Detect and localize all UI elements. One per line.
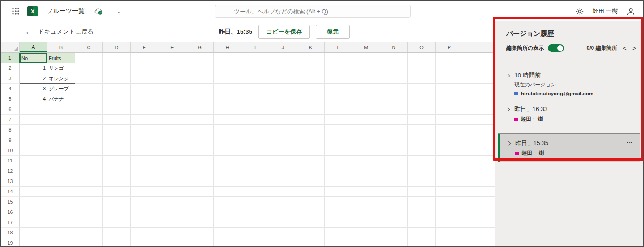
cell-I11[interactable] <box>242 156 269 166</box>
cell-E12[interactable] <box>131 166 158 176</box>
cell-E4[interactable] <box>131 84 158 94</box>
cell-N6[interactable] <box>380 104 408 115</box>
row-header-16[interactable]: 16 <box>1 207 20 217</box>
cell-I8[interactable] <box>242 125 269 135</box>
cell-C6[interactable] <box>75 104 103 115</box>
cell-B3[interactable]: オレンジ <box>47 73 75 84</box>
cell-A15[interactable] <box>20 197 47 207</box>
cell-E16[interactable] <box>131 207 158 217</box>
cell-N15[interactable] <box>380 197 408 207</box>
cell-K17[interactable] <box>297 217 325 228</box>
cell-E2[interactable] <box>131 63 158 73</box>
cell-K2[interactable] <box>297 63 325 73</box>
cell-G9[interactable] <box>186 135 214 145</box>
cell-H9[interactable] <box>214 135 242 145</box>
cell-H4[interactable] <box>214 84 242 94</box>
cell-C12[interactable] <box>75 166 103 176</box>
row-header-1[interactable]: 1 <box>1 53 20 63</box>
cell-L5[interactable] <box>325 94 352 104</box>
column-header-E[interactable]: E <box>131 42 158 52</box>
cell-F14[interactable] <box>158 187 186 197</box>
column-header-L[interactable]: L <box>325 42 352 52</box>
row-header-4[interactable]: 4 <box>1 84 20 94</box>
cell-B10[interactable] <box>47 145 75 156</box>
cell-C14[interactable] <box>75 187 103 197</box>
cell-F3[interactable] <box>158 73 186 84</box>
cell-E19[interactable] <box>131 238 158 246</box>
cell-G19[interactable] <box>186 238 214 246</box>
cell-G13[interactable] <box>186 176 214 187</box>
row-header-12[interactable]: 12 <box>1 166 20 176</box>
cell-F18[interactable] <box>158 228 186 238</box>
cell-N8[interactable] <box>380 125 408 135</box>
cell-J2[interactable] <box>269 63 297 73</box>
row-header-11[interactable]: 11 <box>1 156 20 166</box>
cell-M12[interactable] <box>352 166 380 176</box>
cell-M8[interactable] <box>352 125 380 135</box>
cell-F19[interactable] <box>158 238 186 246</box>
column-header-P[interactable]: P <box>436 42 463 52</box>
cell-K13[interactable] <box>297 176 325 187</box>
cell-F6[interactable] <box>158 104 186 115</box>
settings-gear-icon[interactable] <box>576 8 584 15</box>
cell-N11[interactable] <box>380 156 408 166</box>
cell-G1[interactable] <box>186 53 214 63</box>
cell-D15[interactable] <box>103 197 131 207</box>
cell-D17[interactable] <box>103 217 131 228</box>
cell-O3[interactable] <box>408 73 436 84</box>
cell-A2[interactable]: 1 <box>20 63 47 73</box>
cell-D9[interactable] <box>103 135 131 145</box>
column-header-I[interactable]: I <box>242 42 269 52</box>
cell-P14[interactable] <box>436 187 463 197</box>
cell-O15[interactable] <box>408 197 436 207</box>
cell-F7[interactable] <box>158 115 186 125</box>
cell-I4[interactable] <box>242 84 269 94</box>
cell-O14[interactable] <box>408 187 436 197</box>
cell-L6[interactable] <box>325 104 352 115</box>
cell-O2[interactable] <box>408 63 436 73</box>
cell-A6[interactable] <box>20 104 47 115</box>
cell-B18[interactable] <box>47 228 75 238</box>
cell-A17[interactable] <box>20 217 47 228</box>
column-header-J[interactable]: J <box>269 42 297 52</box>
cell-G15[interactable] <box>186 197 214 207</box>
cell-M13[interactable] <box>352 176 380 187</box>
cell-C9[interactable] <box>75 135 103 145</box>
cell-P16[interactable] <box>436 207 463 217</box>
cell-D13[interactable] <box>103 176 131 187</box>
cell-H16[interactable] <box>214 207 242 217</box>
cell-J7[interactable] <box>269 115 297 125</box>
row-header-8[interactable]: 8 <box>1 125 20 135</box>
show-edits-toggle[interactable] <box>548 44 564 52</box>
cell-O7[interactable] <box>408 115 436 125</box>
cell-B1[interactable]: Fruits <box>47 53 75 63</box>
cell-C15[interactable] <box>75 197 103 207</box>
cell-A16[interactable] <box>20 207 47 217</box>
cell-L15[interactable] <box>325 197 352 207</box>
cell-N5[interactable] <box>380 94 408 104</box>
cell-O17[interactable] <box>408 217 436 228</box>
cell-N9[interactable] <box>380 135 408 145</box>
cell-H8[interactable] <box>214 125 242 135</box>
cell-B4[interactable]: グレープ <box>47 84 75 94</box>
cell-I12[interactable] <box>242 166 269 176</box>
cell-G14[interactable] <box>186 187 214 197</box>
expand-chevron-icon[interactable] <box>506 107 510 111</box>
row-header-13[interactable]: 13 <box>1 176 20 187</box>
cell-C18[interactable] <box>75 228 103 238</box>
cell-B12[interactable] <box>47 166 75 176</box>
cell-P3[interactable] <box>436 73 463 84</box>
cell-L3[interactable] <box>325 73 352 84</box>
cell-P6[interactable] <box>436 104 463 115</box>
cell-J9[interactable] <box>269 135 297 145</box>
cell-H6[interactable] <box>214 104 242 115</box>
save-copy-button[interactable]: コピーを保存 <box>258 25 310 39</box>
cell-D2[interactable] <box>103 63 131 73</box>
cell-N3[interactable] <box>380 73 408 84</box>
cell-K12[interactable] <box>297 166 325 176</box>
cell-B8[interactable] <box>47 125 75 135</box>
version-entry-1[interactable]: 昨日、16:33蛭田 一樹 <box>495 101 643 127</box>
cell-P7[interactable] <box>436 115 463 125</box>
cell-K7[interactable] <box>297 115 325 125</box>
excel-logo-icon[interactable]: X <box>27 5 38 17</box>
